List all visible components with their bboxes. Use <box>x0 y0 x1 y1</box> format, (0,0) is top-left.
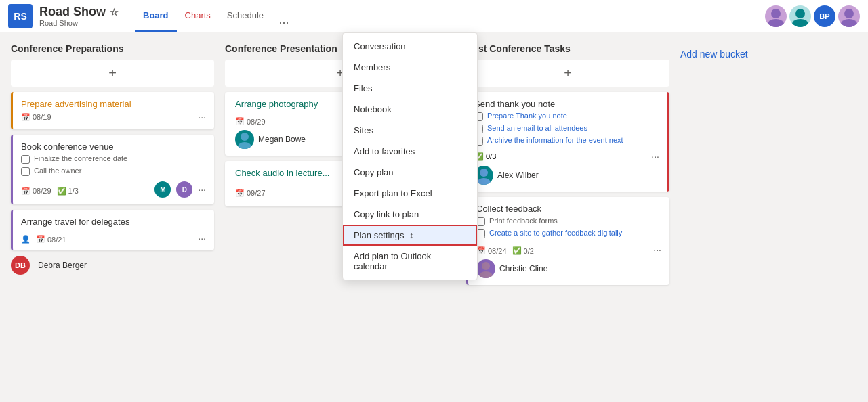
dropdown-item-members[interactable]: Members <box>343 57 477 78</box>
checkbox-call[interactable] <box>21 167 30 176</box>
header-avatars: BP <box>765 5 860 27</box>
tab-schedule[interactable]: Schedule <box>219 0 272 32</box>
add-new-bucket-button[interactable]: Add new bucket <box>680 43 748 65</box>
column-header-post: Post Conference Tasks <box>466 43 669 54</box>
card-date-audio: 📅 09/27 <box>235 189 266 198</box>
card-checklist-venue: Finalize the conference date Call the ow… <box>21 154 206 176</box>
calendar-icon-travel: 📅 <box>36 235 45 244</box>
checkbox-finalize[interactable] <box>21 155 30 164</box>
dropdown-item-plan-settings[interactable]: Plan settings ↕ <box>343 225 477 246</box>
card-progress-feedback: ✅ 0/2 <box>512 246 534 255</box>
tab-charts[interactable]: Charts <box>177 0 219 32</box>
card-meta-travel: 👤 📅 08/21 <box>21 235 66 244</box>
assignee-debra: DB Debra Berger <box>11 256 214 275</box>
more-options-button[interactable]: ··· <box>274 13 293 32</box>
dropdown-item-sites[interactable]: Sites <box>343 120 477 141</box>
card-footer-travel: 👤 📅 08/21 ··· <box>21 232 206 244</box>
card-title-feedback: Collect feedback <box>476 204 661 214</box>
card-arrange-travel[interactable]: Arrange travel for delegates 👤 📅 08/21 ·… <box>11 210 214 250</box>
checklist-send-email: Send an email to all attendees <box>474 124 659 133</box>
card-more-feedback[interactable]: ··· <box>653 244 661 255</box>
card-checklist-feedback: Print feedback forms Create a site to ga… <box>476 217 661 238</box>
calendar-icon-audio: 📅 <box>235 189 245 198</box>
checklist-item-call: Call the owner <box>21 166 206 176</box>
nav-tabs: Board Charts Schedule ··· <box>135 0 293 32</box>
dropdown-item-notebook[interactable]: Notebook <box>343 99 477 120</box>
checkbox-label-print-forms: Print feedback forms <box>489 217 558 225</box>
header: RS Road Show ☆ Road Show Board Charts Sc… <box>0 0 868 32</box>
svg-point-5 <box>841 19 857 27</box>
dropdown-item-copy-link[interactable]: Copy link to plan <box>343 204 477 225</box>
card-prepare-advertising[interactable]: Prepare advertising material 📅 08/19 ··· <box>11 92 214 129</box>
column-header-preparations: Conference Preparations <box>11 43 214 54</box>
column-post-conference: Post Conference Tasks + Send thank you n… <box>466 43 669 402</box>
card-progress-venue: ✅ 1/3 <box>57 187 79 196</box>
checkbox-label-archive: Archive the information for the event ne… <box>487 136 623 144</box>
card-more-venue[interactable]: ··· <box>198 184 206 195</box>
app-icon: RS <box>8 4 33 28</box>
avatar-m-venue: M <box>154 181 171 198</box>
progress-icon-venue: ✅ <box>57 187 66 196</box>
avatar-bp[interactable]: BP <box>814 5 835 27</box>
card-footer-venue: 📅 08/29 ✅ 1/3 M D ··· <box>21 181 206 198</box>
svg-point-9 <box>477 178 491 185</box>
checklist-print-forms: Print feedback forms <box>476 217 661 226</box>
checkbox-label-finalize: Finalize the conference date <box>34 154 127 162</box>
calendar-icon-feedback: 📅 <box>476 246 486 255</box>
card-footer-feedback: 📅 08/24 ✅ 0/2 ··· <box>476 244 661 255</box>
svg-point-1 <box>768 19 784 27</box>
add-new-bucket-area: Add new bucket <box>680 43 748 402</box>
dropdown-item-export-excel[interactable]: Export plan to Excel <box>343 183 477 204</box>
card-date-photography: 📅 08/29 <box>235 117 266 126</box>
dropdown-item-copy-plan[interactable]: Copy plan <box>343 162 477 183</box>
avatar-2[interactable] <box>789 5 811 27</box>
svg-point-8 <box>480 169 488 177</box>
card-date-venue: 📅 08/29 <box>21 187 51 196</box>
card-send-thank-you[interactable]: Send thank you note Prepare Thank you no… <box>466 92 669 192</box>
plan-subtitle: Road Show <box>39 19 119 27</box>
avatar-1[interactable] <box>765 5 787 27</box>
card-title-thankyou: Send thank you note <box>474 99 659 109</box>
calendar-icon-venue: 📅 <box>21 187 30 196</box>
avatar-megan <box>235 130 254 149</box>
avatar-debra: DB <box>11 256 30 275</box>
plan-title: Road Show ☆ <box>39 5 119 19</box>
dropdown-item-conversation[interactable]: Conversation <box>343 36 477 57</box>
svg-point-11 <box>479 271 493 278</box>
card-book-venue[interactable]: Book conference venue Finalize the confe… <box>11 135 214 204</box>
checklist-item-finalize: Finalize the conference date <box>21 154 206 164</box>
assignee-name-alex: Alex Wilber <box>497 171 539 180</box>
cursor-icon: ↕ <box>409 231 413 240</box>
card-meta-feedback: 📅 08/24 ✅ 0/2 <box>476 246 534 255</box>
column-conference-preparations: Conference Preparations + Prepare advert… <box>11 43 214 402</box>
assignee-name-christie: Christie Cline <box>499 264 547 273</box>
tab-board[interactable]: Board <box>135 0 177 32</box>
card-checklist-thankyou: Prepare Thank you note Send an email to … <box>474 112 659 146</box>
card-collect-feedback[interactable]: Collect feedback Print feedback forms Cr… <box>466 197 669 285</box>
svg-point-2 <box>795 9 805 18</box>
add-card-button-preparations[interactable]: + <box>14 62 211 84</box>
checklist-create-site: Create a site to gather feedback digital… <box>476 229 661 238</box>
card-date-travel: 📅 08/21 <box>36 235 66 244</box>
card-more-advertising[interactable]: ··· <box>198 112 206 122</box>
card-more-thankyou[interactable]: ··· <box>651 151 659 162</box>
dropdown-menu: Conversation Members Files Notebook Site… <box>342 32 478 280</box>
avatar-d-venue: D <box>176 181 192 198</box>
dropdown-item-add-outlook[interactable]: Add plan to Outlook calendar <box>343 246 477 277</box>
add-card-button-post[interactable]: + <box>469 62 667 84</box>
card-title-venue: Book conference venue <box>21 141 206 152</box>
svg-point-3 <box>792 19 808 27</box>
star-icon[interactable]: ☆ <box>110 7 119 18</box>
card-meta-venue: 📅 08/29 ✅ 1/3 <box>21 187 79 196</box>
card-more-travel[interactable]: ··· <box>198 233 206 244</box>
dropdown-item-add-favorites[interactable]: Add to favorites <box>343 141 477 162</box>
card-meta-photography: 📅 08/29 <box>235 117 266 126</box>
svg-point-6 <box>241 133 249 141</box>
card-title-travel: Arrange travel for delegates <box>21 217 206 227</box>
progress-icon-feedback: ✅ <box>512 246 522 255</box>
svg-point-10 <box>482 262 490 270</box>
assignee-alex: Alex Wilber <box>474 166 659 185</box>
avatar-4[interactable] <box>838 5 860 27</box>
add-card-preparations: + <box>11 60 214 87</box>
dropdown-item-files[interactable]: Files <box>343 78 477 99</box>
